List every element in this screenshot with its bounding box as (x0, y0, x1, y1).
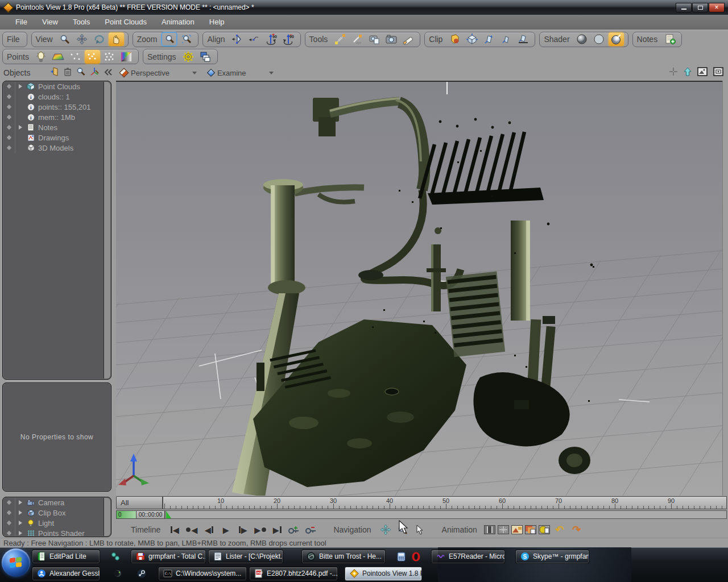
tree-item-points-count[interactable]: i points:: 155,201 (3, 102, 111, 112)
navigation-mode-dropdown[interactable]: Examine (217, 69, 274, 77)
prev-frame-button[interactable]: ◀ (201, 523, 216, 536)
taskbar-browser[interactable]: Bitte um Trost - He... (301, 550, 386, 564)
menu-view[interactable]: View (35, 18, 65, 26)
tree-item-drawings[interactable]: Drawings (3, 132, 111, 143)
render-sequence-icon[interactable] (525, 525, 536, 534)
import-icon[interactable] (50, 67, 59, 78)
clip-box-icon[interactable] (464, 32, 479, 46)
taskbar-lister[interactable]: Lister - [C:\Projekt... (208, 550, 283, 564)
prev-key-button[interactable]: ◀ (184, 523, 199, 536)
go-end-button[interactable]: ▶ (270, 523, 284, 536)
rotate-plus-90-icon[interactable]: 90+ (264, 32, 279, 46)
viewport-orientation-icon[interactable] (119, 68, 129, 78)
menu-tools[interactable]: Tools (65, 18, 97, 26)
density-medium-icon[interactable] (85, 50, 100, 64)
shader-flat-icon[interactable] (592, 32, 607, 46)
taskbar-pointools[interactable]: Pointools View 1.8 Pr... (345, 567, 422, 581)
steam-icon[interactable] (134, 567, 149, 581)
taskbar-console[interactable]: C:\ C:\Windows\system... (158, 567, 247, 581)
snapshot-clipboard-icon[interactable] (366, 32, 382, 46)
tree-item-3d-models[interactable]: 3D Models (3, 143, 111, 153)
next-frame-button[interactable]: ▶ (235, 523, 250, 536)
viewport-canvas[interactable] (116, 81, 722, 496)
snapshot-camera-icon[interactable] (383, 32, 399, 46)
measure-xyz-icon[interactable]: xyz (349, 32, 365, 46)
play-button[interactable]: ▶ (218, 523, 233, 536)
shader-shaded-icon[interactable] (574, 32, 590, 46)
taskbar-pdf[interactable]: PDF E2807.bhtz2446.pdf -... (249, 567, 338, 581)
export-animation-icon[interactable] (539, 525, 550, 534)
frame-view-icon[interactable] (484, 525, 495, 534)
taskbar-totalcmd[interactable]: grmpfant - Total C... (131, 550, 206, 564)
plane-shading-icon[interactable] (51, 50, 66, 64)
eraser-icon[interactable] (400, 32, 416, 46)
orbit-rotate-icon[interactable] (92, 32, 107, 46)
zoom-magnifier-icon[interactable] (57, 32, 73, 46)
expander-icon[interactable] (15, 125, 26, 130)
expander-icon[interactable] (15, 510, 26, 515)
align-view-plane-icon[interactable] (230, 32, 245, 46)
go-start-button[interactable]: ◀ (167, 523, 182, 536)
moon-icon[interactable] (110, 567, 125, 581)
clip-toggle-icon[interactable] (447, 32, 462, 46)
tree-item-points-shader[interactable]: Points Shader (3, 528, 111, 537)
density-high-icon[interactable] (102, 50, 117, 64)
snapshot-image-icon[interactable] (697, 67, 708, 78)
expander-icon[interactable] (15, 84, 26, 89)
zoom-extents-icon[interactable] (179, 32, 194, 46)
maximize-button[interactable] (692, 3, 708, 13)
menu-animation[interactable]: Animation (154, 18, 202, 26)
redo-button[interactable]: ↷ (569, 523, 584, 536)
layers-icon[interactable] (198, 50, 213, 64)
projection-dropdown[interactable]: Perspective (131, 69, 197, 77)
clip-plane-front-icon[interactable] (481, 32, 497, 46)
tree-item-clip-box[interactable]: Clip Box (3, 508, 111, 518)
tree-item-clouds-count[interactable]: i clouds:: 1 (3, 92, 111, 102)
expander-icon[interactable] (15, 531, 26, 535)
file-button[interactable]: File (7, 35, 20, 44)
minimize-button[interactable] (676, 3, 692, 13)
menu-file[interactable]: File (8, 18, 35, 26)
shader-specular-icon[interactable] (609, 32, 624, 46)
next-key-button[interactable]: ▶ (253, 523, 267, 536)
pan-arrows-icon[interactable] (75, 32, 90, 46)
transform-icon[interactable] (90, 67, 99, 78)
tree-item-light[interactable]: Light (3, 518, 111, 528)
settings-gear-icon[interactable] (181, 50, 196, 64)
collapse-icon[interactable] (104, 68, 113, 78)
menu-help[interactable]: Help (202, 18, 232, 26)
quicklaunch-link-icon[interactable] (108, 550, 123, 564)
nav-pan-icon[interactable] (378, 523, 393, 536)
taskbar-contact[interactable]: Alexander Gessler (32, 567, 100, 581)
playhead-marker[interactable] (166, 511, 171, 518)
note-add-icon[interactable] (662, 32, 677, 46)
pan-hand-icon[interactable] (109, 32, 124, 46)
tree-item-notes[interactable]: Notes (3, 122, 111, 132)
search-icon[interactable] (76, 67, 85, 78)
start-button[interactable] (2, 548, 30, 577)
intensity-lamp-icon[interactable] (34, 50, 49, 64)
clip-plane-back-icon[interactable] (498, 32, 514, 46)
tree-item-point-clouds[interactable]: Point Clouds (3, 81, 111, 92)
tree-scrollbar[interactable] (104, 82, 110, 379)
expander-icon[interactable] (15, 500, 26, 505)
taskbar-skype[interactable]: S Skype™ - grmpfant (515, 550, 589, 564)
align-axis-icon[interactable] (247, 32, 262, 46)
timeline-range-selector[interactable]: All (116, 496, 163, 509)
taskbar-e57reader[interactable]: E57Reader - Micro... (431, 550, 505, 564)
upload-icon[interactable] (684, 67, 692, 78)
render-image-icon[interactable] (511, 525, 523, 534)
grid-view-icon[interactable] (498, 525, 509, 534)
zoom-window-icon[interactable] (162, 32, 177, 46)
key-add-button[interactable] (287, 523, 301, 536)
measure-distance-icon[interactable] (332, 32, 348, 46)
timeline-track[interactable] (165, 510, 727, 519)
expander-icon[interactable] (15, 521, 26, 525)
calculator-icon[interactable] (394, 550, 408, 564)
color-ramp-icon[interactable] (119, 50, 134, 64)
menu-point-clouds[interactable]: Point Clouds (97, 18, 154, 26)
tree-item-camera[interactable]: Camera (3, 497, 111, 508)
key-remove-button[interactable] (304, 523, 318, 536)
clip-plane-ground-icon[interactable] (515, 32, 531, 46)
tree-item-mem[interactable]: i mem:: 1Mb (3, 112, 111, 122)
